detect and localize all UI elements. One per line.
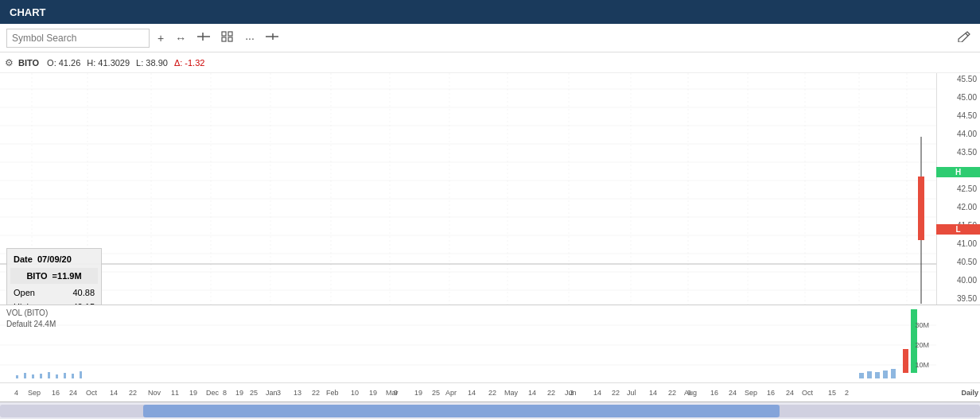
xaxis-num-19a: 19 xyxy=(189,389,197,397)
svg-rect-52 xyxy=(64,373,66,378)
vol-label: VOL (BITO) xyxy=(6,308,48,317)
xaxis-num-2: 2 xyxy=(845,389,849,397)
drawing-icon xyxy=(221,31,234,45)
svg-rect-57 xyxy=(891,369,896,378)
price-scale: 45.50 45.00 44.50 44.00 43.50 43.00 42.5… xyxy=(936,73,980,305)
scrollbar-track[interactable] xyxy=(0,405,980,417)
xaxis-label-oct2: Oct xyxy=(802,389,813,397)
compare-button[interactable]: ↔ xyxy=(172,30,189,46)
xaxis-num-14d: 14 xyxy=(593,389,601,397)
high-price-badge: H xyxy=(936,167,980,177)
xaxis-num-9: 9 xyxy=(394,389,398,397)
add-indicator-button[interactable]: + xyxy=(154,30,167,46)
xaxis-num-25: 25 xyxy=(250,389,258,397)
svg-rect-6 xyxy=(228,37,232,41)
ohlc-symbol: BITO xyxy=(18,58,39,68)
svg-rect-60 xyxy=(867,371,872,378)
toolbar: + ↔ xyxy=(0,24,980,52)
svg-rect-42 xyxy=(918,177,924,240)
ohlc-gear-icon[interactable]: ⚙ xyxy=(5,57,14,68)
plus-icon: + xyxy=(158,32,164,45)
xaxis-label-nov: Nov xyxy=(148,389,161,397)
price-tick-13: 39.50 xyxy=(937,294,980,303)
low-price-badge: L xyxy=(936,224,980,235)
svg-rect-5 xyxy=(222,37,226,41)
xaxis-num-19c: 19 xyxy=(369,389,377,397)
xaxis-label-may: May xyxy=(504,389,518,397)
scrollbar-thumb[interactable] xyxy=(143,405,780,417)
xaxis-num-22b: 22 xyxy=(312,389,320,397)
xaxis-num-22a: 22 xyxy=(129,389,137,397)
xaxis-label-oct1: Oct xyxy=(86,389,97,397)
svg-rect-61 xyxy=(859,373,864,378)
price-tick-10: 41.00 xyxy=(937,239,980,248)
chart-main: 45.50 45.00 44.50 44.00 43.50 43.00 42.5… xyxy=(0,73,980,419)
xaxis-num-3: 3 xyxy=(277,389,281,397)
xaxis-label-dec: Dec xyxy=(206,389,219,397)
xaxis-num-19d: 19 xyxy=(414,389,422,397)
xaxis-num-16c: 16 xyxy=(767,389,775,397)
interval-button[interactable] xyxy=(194,29,213,46)
xaxis-num-10: 10 xyxy=(351,389,359,397)
interval-icon xyxy=(197,31,210,45)
drawing-tools-button[interactable] xyxy=(218,29,237,46)
xaxis-num-4: 4 xyxy=(14,389,18,397)
edit-icon-container xyxy=(955,29,974,46)
xaxis-num-22e: 22 xyxy=(612,389,620,397)
xaxis-daily: Daily xyxy=(961,389,978,397)
svg-text:30M: 30M xyxy=(915,321,929,329)
svg-rect-46 xyxy=(16,375,18,378)
bottom-bar: 20 21 22 xyxy=(0,402,980,419)
xaxis-num-24b: 24 xyxy=(729,389,737,397)
svg-rect-53 xyxy=(72,374,74,378)
price-tick-7: 42.50 xyxy=(937,184,980,193)
svg-line-10 xyxy=(966,33,968,36)
price-tick-5: 43.50 xyxy=(937,148,980,157)
svg-rect-50 xyxy=(48,372,50,378)
price-tick-3: 44.50 xyxy=(937,111,980,120)
tooltip-high-row: High42.15 xyxy=(14,300,95,305)
xaxis-num-3b: 3 xyxy=(570,389,574,397)
settings-button[interactable] xyxy=(262,29,282,46)
price-tick-8: 42.00 xyxy=(937,203,980,211)
symbol-search-input[interactable] xyxy=(6,29,150,48)
svg-rect-56 xyxy=(903,349,908,373)
app-container: CHART + ↔ xyxy=(0,0,980,419)
price-tick-4: 44.00 xyxy=(937,130,980,138)
price-chart-area[interactable]: 45.50 45.00 44.50 44.00 43.50 43.00 42.5… xyxy=(0,73,980,305)
svg-rect-3 xyxy=(222,32,226,36)
tooltip-symbol[interactable]: BITO =11.9M xyxy=(10,268,98,284)
tooltip-date: Date 07/09/20 xyxy=(14,252,95,266)
svg-rect-58 xyxy=(883,371,888,378)
svg-rect-59 xyxy=(875,372,880,378)
pencil-button[interactable] xyxy=(955,29,974,46)
svg-rect-48 xyxy=(32,374,34,378)
volume-chart-area[interactable]: 30M 20M 10M VOL (BITO) Default 24.4M xyxy=(0,305,980,382)
svg-rect-54 xyxy=(80,371,82,378)
more-button[interactable]: ··· xyxy=(242,30,258,46)
xaxis-label-feb: Feb xyxy=(326,389,339,397)
svg-rect-47 xyxy=(24,373,26,378)
ohlc-low: L: 38.90 xyxy=(134,58,169,68)
xaxis-label-apr: Apr xyxy=(445,389,457,397)
xaxis-num-14a: 14 xyxy=(110,389,118,397)
tooltip-open-row: Open40.88 xyxy=(14,285,95,300)
volume-chart-svg: 30M 20M 10M xyxy=(0,305,936,382)
compare-icon: ↔ xyxy=(175,32,186,45)
price-tick-1: 45.50 xyxy=(937,75,980,83)
pencil-icon xyxy=(958,31,970,45)
info-tooltip: Date 07/09/20 BITO =11.9M Open40.88 High… xyxy=(6,248,102,305)
vol-default-label: Default 24.4M xyxy=(6,320,56,328)
xaxis-num-14b: 14 xyxy=(468,389,476,397)
xaxis-num-19b: 19 xyxy=(235,389,243,397)
xaxis-num-9b: 9 xyxy=(687,389,691,397)
svg-text:20M: 20M xyxy=(915,341,929,349)
xaxis-num-22c: 22 xyxy=(488,389,496,397)
ohlc-open: O: 41.26 xyxy=(45,58,82,68)
svg-text:10M: 10M xyxy=(915,361,929,369)
price-tick-2: 45.00 xyxy=(937,93,980,102)
xaxis-label-jul: Jul xyxy=(627,389,636,397)
chart-title: CHART xyxy=(10,6,46,18)
xaxis-num-14e: 14 xyxy=(649,389,657,397)
xaxis-num-13: 13 xyxy=(294,389,301,397)
